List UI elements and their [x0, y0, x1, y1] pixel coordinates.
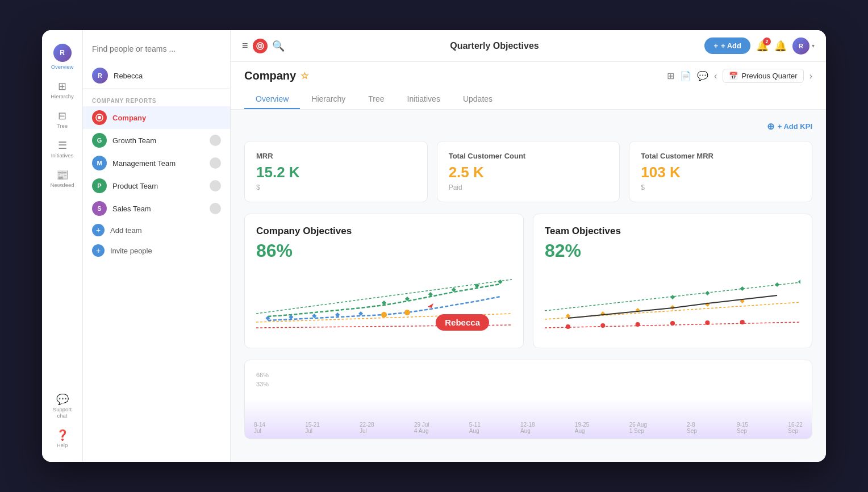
nav-label-overview: Overview [51, 64, 74, 70]
progress-label-2: 22-28Jul [360, 422, 374, 434]
nav-item-help[interactable]: ❓ Help [45, 426, 80, 453]
star-icon[interactable]: ☆ [301, 70, 308, 81]
bell-icon[interactable]: 🔔 [774, 40, 787, 52]
newsfeed-icon: 📰 [56, 170, 69, 180]
progress-card: 66% 33% 8-14Jul 15-21Jul 22-28Jul 29 Jul… [244, 360, 812, 439]
kpi-count-value: 2.5 K [449, 164, 608, 181]
add-kpi-row: ⊕ + Add KPI [244, 121, 812, 132]
chevron-right-icon[interactable]: › [809, 71, 812, 81]
search-icon[interactable]: 🔍 [272, 40, 285, 52]
user-profile-btn[interactable]: R ▾ [792, 37, 815, 55]
svg-marker-20 [498, 280, 502, 284]
quarter-label: Previous Quarter [741, 72, 797, 80]
add-kpi-label: + Add KPI [778, 122, 812, 131]
profile-avatar: R [792, 37, 809, 55]
management-team-btn[interactable] [210, 157, 221, 169]
add-button[interactable]: + + Add [704, 37, 750, 54]
svg-marker-38 [705, 291, 710, 295]
sidebar-item-sales-team[interactable]: S Sales Team [83, 197, 230, 220]
product-team-avatar: P [92, 178, 107, 193]
add-kpi-button[interactable]: ⊕ + Add KPI [767, 121, 812, 132]
tab-updates-label: Updates [463, 94, 493, 103]
nav-label-help: Help [57, 442, 68, 448]
kpi-card-customer-mrr: Total Customer MRR 103 K $ [629, 141, 812, 202]
team-objectives-card: Team Objectives 82% [533, 214, 812, 348]
sidebar-management-label: Management Team [112, 159, 204, 168]
company-obj-title: Company Objectives [256, 226, 512, 237]
sidebar-search[interactable] [83, 39, 230, 63]
icon-nav: R Overview ⊞ Hierarchy ⊟ Tree ☰ Initiati… [42, 30, 83, 462]
svg-marker-17 [428, 292, 433, 297]
svg-line-7 [256, 280, 512, 314]
kpi-custmrr-unit: $ [641, 184, 800, 191]
tab-hierarchy-label: Hierarchy [311, 94, 345, 103]
document-icon[interactable]: 📄 [680, 70, 691, 81]
svg-point-27 [705, 320, 710, 325]
nav-item-hierarchy[interactable]: ⊞ Hierarchy [45, 77, 80, 104]
tab-updates[interactable]: Updates [452, 90, 504, 109]
sidebar-item-growth-team[interactable]: G Growth Team [83, 129, 230, 152]
tab-hierarchy[interactable]: Hierarchy [300, 90, 357, 109]
kpi-cards: MRR 15.2 K $ Total Customer Count 2.5 K … [244, 141, 812, 202]
notif-badge: 2 [763, 37, 771, 45]
kpi-count-label: Total Customer Count [449, 152, 608, 160]
invite-people-label: Invite people [110, 247, 152, 255]
team-chart [545, 268, 800, 336]
team-obj-title: Team Objectives [545, 226, 800, 237]
objectives-grid: Company Objectives 86% [244, 214, 812, 348]
search-input[interactable] [92, 44, 221, 53]
tab-tree[interactable]: Tree [357, 90, 395, 109]
tree-icon: ⊟ [58, 111, 66, 121]
chevron-left-icon[interactable]: ‹ [714, 71, 717, 81]
svg-marker-41 [798, 280, 800, 284]
progress-label-9: 9-15Sep [737, 422, 748, 434]
target-icon[interactable] [253, 39, 268, 53]
sales-team-btn[interactable] [210, 203, 221, 214]
nav-item-tree[interactable]: ⊟ Tree [45, 106, 80, 134]
sidebar-user[interactable]: R Rebecca [83, 63, 230, 89]
tab-initiatives[interactable]: Initiatives [396, 90, 452, 109]
filter-icon[interactable]: ⊞ [667, 70, 674, 81]
menu-icon[interactable]: ≡ [242, 40, 248, 52]
progress-label-4: 5-11Aug [469, 422, 481, 434]
user-name: Rebecca [114, 72, 143, 80]
initiatives-icon: ☰ [58, 140, 67, 151]
svg-point-28 [740, 320, 745, 324]
management-team-avatar: M [92, 156, 107, 170]
add-button-label: + Add [721, 41, 741, 50]
kpi-custmrr-value: 103 K [641, 164, 800, 181]
sales-team-avatar: S [92, 201, 107, 216]
top-bar-actions: + + Add 🔔 2 🔔 R ▾ [704, 37, 815, 55]
support-chat-icon: 💬 [56, 394, 69, 405]
kpi-custmrr-label: Total Customer MRR [641, 152, 800, 160]
growth-team-btn[interactable] [210, 135, 221, 146]
page-title: Quarterly Objectives [291, 41, 698, 51]
sidebar-sales-label: Sales Team [112, 205, 204, 213]
nav-label-hierarchy: Hierarchy [51, 93, 74, 99]
tab-overview[interactable]: Overview [244, 90, 300, 109]
sidebar-growth-label: Growth Team [112, 136, 204, 145]
sidebar-item-product-team[interactable]: P Product Team [83, 174, 230, 197]
sidebar-item-company[interactable]: Company [83, 106, 230, 129]
nav-item-newsfeed[interactable]: 📰 Newsfeed [45, 165, 80, 193]
nav-item-overview[interactable]: R Overview [45, 39, 80, 74]
kpi-mrr-value: 15.2 K [256, 164, 416, 181]
comment-icon[interactable]: 💬 [697, 70, 708, 81]
svg-point-23 [566, 324, 570, 329]
kpi-count-unit: Paid [449, 184, 608, 191]
nav-item-initiatives[interactable]: ☰ Initiatives [45, 136, 80, 163]
add-team-action[interactable]: + Add team [83, 220, 230, 240]
nav-item-support-chat[interactable]: 💬 Support chat [45, 390, 80, 423]
invite-people-action[interactable]: + Invite people [83, 240, 230, 261]
sidebar-item-management-team[interactable]: M Management Team [83, 152, 230, 174]
overview-avatar: R [53, 44, 72, 62]
previous-quarter-btn[interactable]: 📅 Previous Quarter [723, 69, 803, 83]
nav-label-support-chat: Support chat [48, 406, 77, 419]
add-team-icon: + [92, 224, 105, 236]
product-team-btn[interactable] [210, 180, 221, 191]
progress-label-6: 19-25Aug [575, 422, 590, 434]
svg-marker-39 [740, 286, 745, 291]
notifications-button[interactable]: 🔔 2 [756, 40, 769, 52]
tab-initiatives-label: Initiatives [407, 94, 440, 103]
add-kpi-icon: ⊕ [767, 121, 774, 132]
